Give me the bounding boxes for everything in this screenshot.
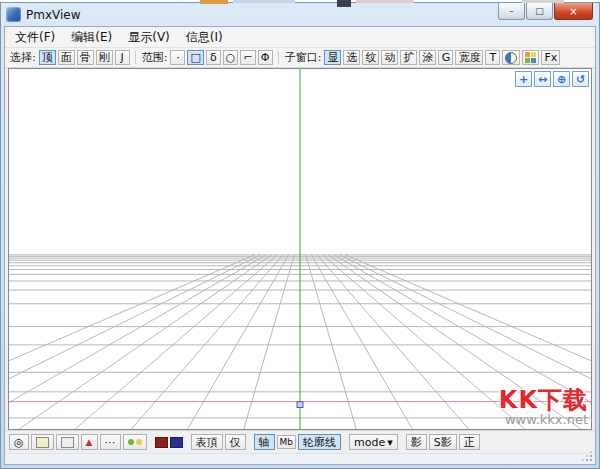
mode-label: mode: [354, 437, 385, 448]
pan-view-button[interactable]: +: [515, 71, 532, 87]
bg-color-1-button[interactable]: [31, 434, 54, 450]
range-lasso-button[interactable]: ⌐: [240, 50, 255, 65]
subwindow-extend-button[interactable]: 扩: [400, 50, 417, 65]
sphere-icon: [505, 52, 517, 64]
select-face-button[interactable]: 面: [58, 50, 75, 65]
pmxview-window: PmxView – □ × 文件(F) 编辑(E) 显示(V) 信息(I) 选择…: [0, 2, 600, 469]
vertex-dots-button[interactable]: [123, 434, 147, 450]
range-delta-button[interactable]: δ: [206, 50, 221, 65]
grid-canvas: [9, 69, 591, 429]
ellipsis-icon: ⋯: [105, 437, 116, 448]
surface-vertex-button[interactable]: 表頂: [191, 434, 223, 450]
view-nav-buttons: + ↔ ⊕ ↺: [515, 71, 589, 87]
select-bone-button[interactable]: 骨: [77, 50, 94, 65]
window-controls: – □ ×: [498, 3, 593, 20]
menu-file[interactable]: 文件(F): [7, 27, 63, 48]
move-view-button[interactable]: ↔: [534, 71, 551, 87]
yellow-dot-icon: [136, 439, 142, 445]
minimize-button[interactable]: –: [498, 3, 525, 20]
desktop-fragment: [522, 0, 564, 3]
uv-grid-icon: [525, 52, 536, 63]
bg-color-2-button[interactable]: [56, 434, 79, 450]
more-options-button[interactable]: ⋯: [100, 434, 121, 450]
subwindow-select-button[interactable]: 选: [343, 50, 360, 65]
bone-color-swatch[interactable]: [170, 437, 183, 448]
target-icon: ◎: [14, 437, 24, 448]
watermark-brand: KK下载: [499, 388, 588, 413]
fx-button[interactable]: Fx: [541, 50, 560, 65]
subwindow-motion-button[interactable]: 动: [381, 50, 398, 65]
triangle-icon: ▲: [86, 438, 93, 447]
subwindow-g-button[interactable]: G: [438, 50, 453, 65]
select-joint-button[interactable]: J: [115, 50, 130, 65]
range-circle-button[interactable]: ○: [223, 50, 239, 65]
title-bar[interactable]: PmxView – □ ×: [1, 3, 599, 26]
menu-edit[interactable]: 编辑(E): [63, 27, 120, 48]
material-color-swatch[interactable]: [155, 437, 168, 448]
subwindow-paint-button[interactable]: 涂: [419, 50, 436, 65]
client-area: 文件(F) 编辑(E) 显示(V) 信息(I) 选择: 顶 面 骨 刚 J 范围…: [4, 26, 596, 465]
bg-color-2-swatch: [61, 437, 74, 448]
viewport-3d[interactable]: + ↔ ⊕ ↺ KK下载 www.kkx.net: [8, 68, 592, 430]
desktop-fragment: [356, 0, 414, 3]
green-dot-icon: [128, 439, 134, 445]
close-button[interactable]: ×: [554, 3, 593, 20]
desktop-fragment: [200, 0, 228, 4]
vertex-triangle-button[interactable]: ▲: [81, 434, 98, 450]
subwindow-label: 子窗口:: [285, 50, 322, 65]
subwindow-texture-button[interactable]: 纹: [362, 50, 379, 65]
range-point-button[interactable]: ·: [170, 50, 185, 65]
axis-toggle-button[interactable]: 轴: [254, 434, 275, 450]
app-icon: [6, 7, 21, 22]
uv-grid-button[interactable]: [522, 50, 539, 65]
zoom-view-button[interactable]: ⊕: [553, 71, 570, 87]
toolbar-separator: [135, 51, 136, 64]
subwindow-t-button[interactable]: T: [485, 50, 500, 65]
render-target-button[interactable]: ◎: [9, 434, 29, 450]
desktop-fragment: [337, 0, 351, 7]
status-bar: [5, 453, 595, 464]
main-toolbar: 选择: 顶 面 骨 刚 J 范围: · □ δ ○ ⌐ Φ 子窗口: 显 选 纹…: [5, 48, 595, 68]
mode-dropdown[interactable]: mode ▾: [349, 434, 398, 450]
menu-view[interactable]: 显示(V): [120, 27, 178, 48]
menu-info[interactable]: 信息(I): [178, 27, 231, 48]
select-rigid-button[interactable]: 刚: [96, 50, 113, 65]
subwindow-width-button[interactable]: 宽度: [455, 50, 483, 65]
range-phi-button[interactable]: Φ: [258, 50, 273, 65]
menu-bar: 文件(F) 编辑(E) 显示(V) 信息(I): [5, 27, 595, 48]
shadow-toggle-button[interactable]: 影: [406, 434, 427, 450]
self-shadow-toggle-button[interactable]: S影: [429, 434, 457, 450]
watermark: KK下载 www.kkx.net: [499, 388, 588, 427]
rotate-view-button[interactable]: ↺: [572, 71, 589, 87]
bg-color-1-swatch: [36, 437, 49, 448]
range-label: 范围:: [142, 50, 168, 65]
mb-toggle-button[interactable]: Mb: [277, 435, 296, 449]
watermark-url: www.kkx.net: [499, 413, 588, 427]
desktop-fragment: [233, 0, 295, 3]
sphere-view-button[interactable]: [502, 50, 520, 65]
select-vertex-button[interactable]: 顶: [39, 50, 56, 65]
outline-toggle-button[interactable]: 轮廓线: [298, 434, 341, 450]
bottom-toolbar: ◎ ▲ ⋯ 表頂 仅 轴: [5, 430, 595, 453]
range-rect-button[interactable]: □: [187, 50, 203, 65]
resize-grip[interactable]: [590, 459, 592, 461]
toolbar-separator: [278, 51, 279, 64]
window-title: PmxView: [26, 8, 81, 22]
select-label: 选择:: [10, 50, 36, 65]
maximize-button[interactable]: □: [526, 3, 553, 20]
chevron-down-icon: ▾: [387, 437, 393, 448]
front-view-button[interactable]: 正: [459, 434, 480, 450]
only-button[interactable]: 仅: [225, 434, 246, 450]
subwindow-display-button[interactable]: 显: [324, 50, 341, 65]
